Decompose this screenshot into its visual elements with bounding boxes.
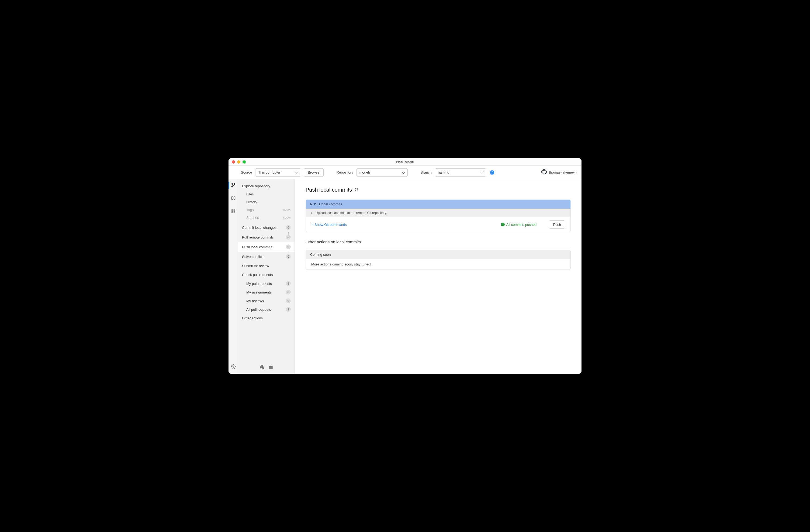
- count-badge: 0: [286, 299, 291, 303]
- svg-point-0: [231, 183, 232, 184]
- page-title: Push local commits: [306, 187, 571, 193]
- window-title: Hackolade: [396, 160, 414, 164]
- compare-icon: [231, 196, 236, 201]
- sidebar-item-all-prs[interactable]: All pull requests 1: [238, 305, 294, 314]
- svg-rect-8: [233, 211, 235, 213]
- repository-label: Repository: [337, 170, 353, 174]
- coming-soon-header: Coming soon: [306, 250, 570, 259]
- source-label: Source: [241, 170, 252, 174]
- sidebar-item-tags: Tags SOON: [238, 206, 294, 214]
- app-window: Hackolade Source This computer Browse Re…: [228, 158, 582, 374]
- sidebar-item-my-prs[interactable]: My pull requests 1: [238, 279, 294, 288]
- push-panel-body: Show Git commands All commits pushed Pus…: [306, 217, 570, 232]
- svg-rect-7: [232, 211, 233, 213]
- rail-compare-button[interactable]: [228, 194, 238, 203]
- folder-icon[interactable]: [269, 365, 273, 371]
- svg-rect-3: [231, 196, 233, 199]
- svg-rect-5: [232, 209, 233, 211]
- gear-icon: [231, 365, 236, 370]
- branch-icon: [231, 183, 236, 188]
- branch-label: Branch: [421, 170, 432, 174]
- source-select-value: This computer: [258, 170, 280, 174]
- svg-point-9: [232, 366, 234, 367]
- toolbar: Source This computer Browse Repository m…: [228, 166, 582, 179]
- repository-select-value: models: [359, 170, 371, 174]
- count-badge: 0: [286, 244, 291, 249]
- minimize-window-button[interactable]: [237, 160, 240, 164]
- user-name: thomas-jakemeyn: [549, 170, 577, 174]
- count-badge: 1: [286, 307, 291, 312]
- sidebar-footer: [238, 362, 294, 374]
- rail-branch-button[interactable]: [228, 181, 238, 190]
- maximize-window-button[interactable]: [243, 160, 246, 164]
- svg-point-1: [231, 186, 232, 187]
- push-status: All commits pushed: [501, 223, 537, 227]
- count-badge: 0: [286, 290, 291, 294]
- branch-select[interactable]: naming: [435, 168, 486, 177]
- rail-grid-button[interactable]: [228, 207, 238, 215]
- push-button[interactable]: Push: [549, 221, 565, 228]
- refresh-icon[interactable]: [355, 187, 359, 193]
- sidebar-item-history[interactable]: History: [238, 198, 294, 206]
- rail-settings-button[interactable]: [228, 363, 238, 371]
- sidebar-item-files[interactable]: Files: [238, 190, 294, 198]
- repository-select[interactable]: models: [356, 168, 408, 177]
- sidebar-explore-header[interactable]: Explore repository: [238, 182, 294, 190]
- sidebar-item-submit-review[interactable]: Submit for review: [238, 261, 294, 270]
- close-window-button[interactable]: [232, 160, 235, 164]
- branch-select-value: naming: [438, 170, 450, 174]
- sidebar-item-commit[interactable]: Commit local changes 0: [238, 223, 294, 232]
- svg-rect-4: [233, 196, 235, 199]
- chevron-right-icon: [311, 223, 313, 226]
- icon-rail: [228, 179, 238, 374]
- coming-soon-text: More actions coming soon, stay tuned!: [306, 259, 570, 270]
- sidebar-item-my-reviews[interactable]: My reviews 0: [238, 296, 294, 305]
- info-icon: i: [310, 211, 313, 215]
- sidebar-item-solve-conflicts[interactable]: Solve conflicts 0: [238, 252, 294, 261]
- grid-icon: [231, 209, 236, 214]
- svg-rect-6: [233, 209, 235, 211]
- other-actions-section-title: Other actions on local commits: [306, 240, 571, 246]
- sidebar: Explore repository Files History Tags SO…: [238, 179, 295, 374]
- globe-slash-icon[interactable]: [260, 365, 264, 371]
- browse-button[interactable]: Browse: [304, 168, 323, 177]
- titlebar: Hackolade: [228, 158, 582, 166]
- check-circle-icon: [501, 223, 505, 226]
- sidebar-item-other-actions[interactable]: Other actions: [238, 314, 294, 323]
- soon-badge: SOON: [283, 216, 291, 219]
- svg-point-2: [234, 183, 235, 184]
- sidebar-prs-header: Check pull requests: [238, 270, 294, 279]
- main-content: Push local commits PUSH local commits i …: [295, 179, 582, 374]
- source-select[interactable]: This computer: [255, 168, 301, 177]
- count-badge: 0: [286, 225, 291, 230]
- count-badge: 1: [286, 281, 291, 286]
- count-badge: 0: [286, 235, 291, 240]
- sidebar-item-my-assignments[interactable]: My assignments 0: [238, 288, 294, 296]
- show-git-commands-link[interactable]: Show Git commands: [311, 223, 347, 227]
- push-panel: PUSH local commits i Upload local commit…: [306, 199, 571, 232]
- github-icon: [541, 169, 547, 175]
- push-panel-header: PUSH local commits: [306, 200, 570, 209]
- coming-soon-panel: Coming soon More actions coming soon, st…: [306, 250, 571, 270]
- info-icon[interactable]: i: [490, 170, 494, 175]
- sidebar-item-stashes: Stashes SOON: [238, 214, 294, 222]
- sidebar-item-push[interactable]: Push local commits 0: [238, 242, 294, 252]
- soon-badge: SOON: [283, 209, 291, 211]
- user-menu[interactable]: thomas-jakemeyn: [541, 169, 577, 175]
- count-badge: 0: [286, 254, 291, 259]
- traffic-lights: [232, 160, 246, 164]
- sidebar-item-pull[interactable]: Pull remote commits 0: [238, 232, 294, 242]
- push-panel-info: i Upload local commits to the remote Git…: [306, 209, 570, 217]
